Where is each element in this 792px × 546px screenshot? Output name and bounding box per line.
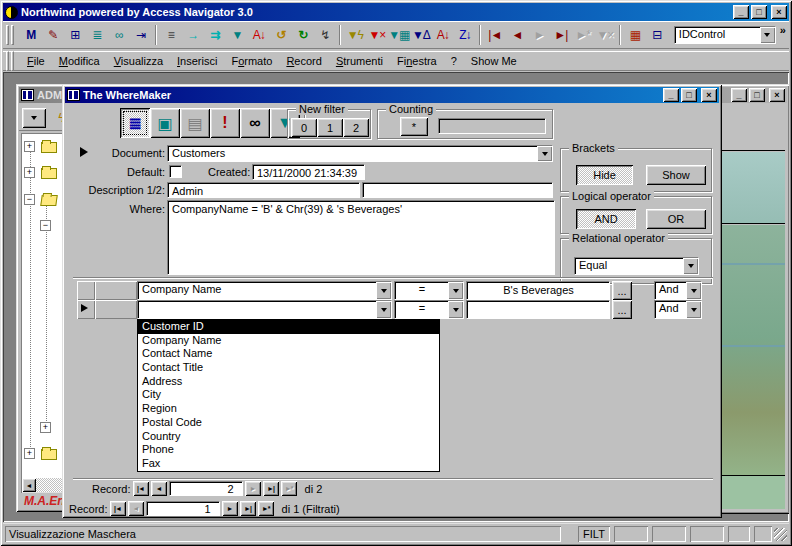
scroll-left-button[interactable]: ◄ xyxy=(22,478,36,492)
field-dropdown-list[interactable]: Customer IDCompany NameContact NameConta… xyxy=(137,319,440,472)
nav-first-button[interactable]: |◄ xyxy=(484,24,506,46)
goto-form-button[interactable]: ⇥ xyxy=(130,24,152,46)
combo-dropdown-button[interactable] xyxy=(683,258,698,274)
relational-operator-combobox[interactable]: Equal xyxy=(574,257,699,275)
filter-delta-button[interactable]: ▼Δ xyxy=(410,24,432,46)
toolbar-overflow-chevron[interactable]: » xyxy=(780,24,786,36)
combo-dropdown-button[interactable] xyxy=(376,282,391,299)
counting-button[interactable]: * xyxy=(400,117,428,136)
dialog-titlebar[interactable]: The WhereMaker _ □ × xyxy=(65,87,719,103)
criteria-more-button[interactable]: ... xyxy=(612,300,632,319)
combo-dropdown-button[interactable] xyxy=(537,146,552,161)
save-filter-button[interactable]: ≣ xyxy=(120,108,150,138)
field-list-item[interactable]: Fax xyxy=(138,457,439,471)
refresh-button[interactable]: ↻ xyxy=(292,24,314,46)
sort-za-button[interactable]: Z↓ xyxy=(454,24,476,46)
maximize-button[interactable]: □ xyxy=(751,5,767,19)
outer-nav-new-record-button[interactable]: ►* xyxy=(258,501,274,516)
criteria-row-selector[interactable] xyxy=(95,300,137,319)
criteria-row-selector[interactable] xyxy=(77,300,95,319)
apply-filter-button[interactable]: ! xyxy=(210,108,240,138)
default-checkbox[interactable] xyxy=(169,165,182,178)
inner-nav-last-button[interactable]: ►| xyxy=(263,481,279,496)
combo-dropdown-button[interactable] xyxy=(686,282,701,299)
maximize-button[interactable]: □ xyxy=(681,88,697,102)
field-list-item[interactable]: Customer ID xyxy=(138,320,439,334)
tree-expand-button[interactable]: + xyxy=(24,167,35,178)
maximize-button[interactable]: □ xyxy=(749,88,765,102)
field-list-item[interactable]: Contact Name xyxy=(138,347,439,361)
idcontrol-combobox[interactable]: IDControl xyxy=(674,26,776,44)
field-list-item[interactable]: City xyxy=(138,388,439,402)
resize-grip[interactable] xyxy=(774,528,787,541)
menubar-grip[interactable] xyxy=(6,51,9,71)
menubar-grip[interactable] xyxy=(11,51,14,71)
criteria-field-combobox[interactable] xyxy=(137,300,392,319)
description-field-2[interactable] xyxy=(362,182,553,198)
outer-nav-previous-button[interactable]: ◄ xyxy=(128,501,144,516)
criteria-more-button[interactable]: ... xyxy=(612,281,632,300)
tree-expand-button[interactable]: + xyxy=(24,448,35,459)
sort-filter-button[interactable]: A↓ xyxy=(248,24,270,46)
nav-last-button[interactable]: ►| xyxy=(550,24,572,46)
filter-grid-button[interactable]: ▼▦ xyxy=(388,24,410,46)
close-button[interactable]: × xyxy=(771,5,787,19)
criteria-join-combobox[interactable]: And xyxy=(654,281,702,300)
close-button[interactable]: × xyxy=(769,88,785,102)
arrow-forward-button[interactable]: ⇉ xyxy=(204,24,226,46)
eyeglasses-button[interactable]: ∞ xyxy=(108,24,130,46)
toolbar-grip[interactable] xyxy=(6,25,9,45)
menu-item-formato[interactable]: Formato xyxy=(224,53,279,69)
and-button[interactable]: AND xyxy=(576,209,636,229)
calculator-button[interactable]: ⊟ xyxy=(646,24,668,46)
menu-item-show-me[interactable]: Show Me xyxy=(464,53,524,69)
document-combobox[interactable]: Customers xyxy=(167,145,553,162)
relationships-button[interactable]: ⊞ xyxy=(64,24,86,46)
tree-expand-button[interactable]: + xyxy=(40,422,51,433)
hide-button[interactable]: Hide xyxy=(576,165,633,185)
menu-item-[interactable]: ? xyxy=(444,53,464,69)
window-titlebar[interactable]: Northwind powered by Access Navigator 3.… xyxy=(3,3,789,21)
filter-remove-button[interactable]: ▼× xyxy=(366,24,388,46)
menu-item-record[interactable]: Record xyxy=(279,53,328,69)
outer-nav-first-button[interactable]: |◄ xyxy=(110,501,126,516)
menu-item-visualizza[interactable]: Visualizza xyxy=(107,53,170,69)
criteria-value-field[interactable] xyxy=(466,300,610,319)
tree-collapse-button[interactable]: − xyxy=(40,220,51,231)
counting-field[interactable] xyxy=(438,118,546,134)
criteria-operator-combobox[interactable]: = xyxy=(394,281,464,300)
combo-dropdown-button[interactable] xyxy=(448,282,463,299)
folder-icon[interactable] xyxy=(41,142,57,153)
minimize-button[interactable]: _ xyxy=(733,5,749,19)
inner-nav-next-button[interactable]: ► xyxy=(245,481,261,496)
field-list-item[interactable]: Country xyxy=(138,430,439,444)
find-button[interactable]: ∞ xyxy=(240,108,270,138)
combo-dropdown-button[interactable] xyxy=(448,301,463,318)
new-filter-2-button[interactable]: 2 xyxy=(343,118,369,137)
field-list-item[interactable]: Postal Code xyxy=(138,416,439,430)
nav-new-record-button[interactable]: ►* xyxy=(572,24,594,46)
folder-icon[interactable] xyxy=(41,449,57,460)
folder-icon[interactable] xyxy=(41,168,57,179)
toolbar-grip[interactable] xyxy=(11,25,14,45)
menu-item-modifica[interactable]: Modifica xyxy=(52,53,107,69)
description-field-1[interactable]: Admin xyxy=(167,182,360,198)
criteria-row-selector[interactable] xyxy=(77,281,95,300)
layers-button[interactable]: ≣ xyxy=(86,24,108,46)
run-macro-button[interactable]: ↯ xyxy=(314,24,336,46)
field-list-item[interactable]: Region xyxy=(138,402,439,416)
inner-nav-previous-button[interactable]: ◄ xyxy=(151,481,167,496)
adm-dropdown-button[interactable] xyxy=(22,108,46,128)
field-list-item[interactable]: Contact Title xyxy=(138,361,439,375)
tree-collapse-button[interactable]: − xyxy=(24,194,35,205)
criteria-value-field[interactable]: B's Beverages xyxy=(466,281,610,300)
arrow-right-button[interactable]: → xyxy=(182,24,204,46)
app-logo-button[interactable]: M xyxy=(20,24,42,46)
inner-nav-record-number[interactable]: 2 xyxy=(169,481,243,496)
criteria-operator-combobox[interactable]: = xyxy=(394,300,464,319)
undo-button[interactable]: ↺ xyxy=(270,24,292,46)
wizard-button[interactable]: ✎ xyxy=(42,24,64,46)
criteria-row-selector[interactable] xyxy=(95,281,137,300)
outer-nav-next-button[interactable]: ► xyxy=(222,501,238,516)
sort-az-button[interactable]: A↓ xyxy=(432,24,454,46)
